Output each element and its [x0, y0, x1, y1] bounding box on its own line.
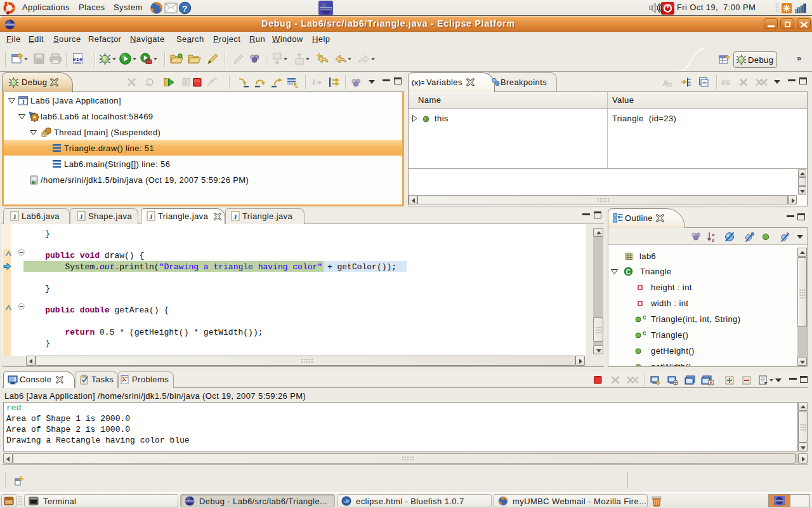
- svg-text:010: 010: [73, 57, 83, 62]
- svg-text:J: J: [233, 213, 237, 220]
- svg-text:66: 66: [721, 77, 730, 86]
- svg-text:C: C: [626, 268, 631, 276]
- svg-text:z: z: [712, 237, 714, 243]
- svg-text:J: J: [79, 213, 83, 220]
- svg-text:J: J: [22, 98, 25, 105]
- svg-text:i: i: [313, 78, 315, 87]
- svg-text:?: ?: [182, 4, 187, 13]
- svg-text:J: J: [149, 213, 153, 220]
- svg-text:J: J: [13, 213, 16, 220]
- svg-text:(x)=: (x)=: [412, 79, 424, 86]
